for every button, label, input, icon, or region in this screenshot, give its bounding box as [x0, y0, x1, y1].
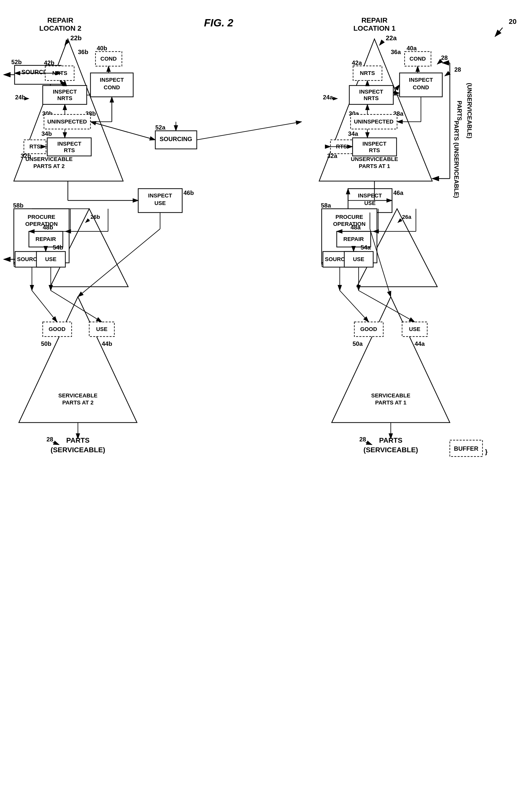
svg-text:50a: 50a [353, 340, 363, 347]
svg-text:GOOD: GOOD [360, 326, 377, 332]
svg-line-117 [85, 219, 89, 222]
svg-text:RTS: RTS [64, 147, 75, 153]
fig-title: FIG. 2 [204, 17, 234, 29]
svg-text:48b: 48b [43, 224, 53, 231]
svg-text:22b: 22b [70, 34, 82, 42]
svg-text:(UNSERVICEABLE): (UNSERVICEABLE) [466, 83, 473, 139]
svg-text:54a: 54a [361, 244, 371, 251]
svg-text:50b: 50b [41, 340, 51, 347]
svg-line-173 [51, 291, 102, 322]
svg-text:INSPECT: INSPECT [148, 192, 172, 199]
svg-line-221 [437, 61, 441, 64]
svg-text:36b: 36b [78, 48, 88, 55]
svg-text:34a: 34a [348, 130, 358, 137]
svg-text:USE: USE [96, 326, 107, 332]
svg-text:COND: COND [104, 84, 120, 90]
svg-text:PARTS AT 2: PARTS AT 2 [34, 163, 65, 169]
svg-text:32b: 32b [21, 152, 31, 159]
svg-text:22a: 22a [386, 34, 397, 42]
svg-text:24a: 24a [323, 94, 333, 101]
svg-text:58a: 58a [321, 202, 331, 209]
svg-text:BUFFER: BUFFER [454, 445, 478, 452]
svg-text:INSPECT: INSPECT [53, 88, 77, 95]
svg-text:UNSERVICEABLE: UNSERVICEABLE [351, 156, 398, 162]
svg-line-100 [197, 122, 302, 140]
svg-text:44b: 44b [102, 340, 112, 347]
svg-text:NRTS: NRTS [363, 95, 379, 101]
svg-text:INSPECT: INSPECT [358, 192, 382, 199]
svg-text:USE: USE [353, 256, 364, 262]
svg-text:52a: 52a [155, 124, 165, 131]
svg-text:USE: USE [45, 256, 56, 262]
svg-text:42b: 42b [44, 59, 54, 66]
svg-text:INSPECT: INSPECT [409, 77, 433, 83]
svg-text:REPAIR: REPAIR [343, 236, 364, 242]
svg-text:REPAIR: REPAIR [361, 16, 387, 24]
svg-text:}: } [485, 448, 488, 455]
svg-text:PARTS AT 2: PARTS AT 2 [62, 399, 93, 406]
svg-text:26a: 26a [402, 214, 412, 220]
svg-text:RTS: RTS [369, 147, 380, 153]
svg-text:INSPECT: INSPECT [100, 77, 124, 83]
svg-text:46b: 46b [183, 189, 194, 196]
svg-text:34b: 34b [42, 130, 52, 137]
svg-text:32a: 32a [327, 152, 337, 159]
svg-text:40b: 40b [97, 45, 107, 51]
svg-text:COND: COND [409, 56, 426, 62]
svg-text:20: 20 [509, 18, 516, 25]
svg-line-120 [398, 219, 402, 222]
svg-text:NRTS: NRTS [360, 70, 375, 76]
svg-line-93 [445, 72, 450, 76]
svg-text:UNINSPECTED: UNINSPECTED [47, 119, 87, 125]
svg-line-222 [393, 85, 400, 93]
svg-text:INSPECT: INSPECT [362, 141, 386, 147]
svg-line-3 [495, 28, 503, 37]
svg-text:UNSERVICEABLE: UNSERVICEABLE [25, 156, 73, 162]
svg-text:42a: 42a [352, 59, 362, 66]
svg-text:NRTS: NRTS [57, 95, 72, 101]
svg-text:PARTS (UNSERVICEABLE): PARTS (UNSERVICEABLE) [453, 121, 460, 198]
svg-text:SOURCING: SOURCING [160, 135, 192, 142]
svg-line-179 [53, 442, 59, 445]
svg-text:28: 28 [359, 436, 366, 443]
svg-text:PROCURE: PROCURE [335, 214, 363, 220]
svg-text:28: 28 [455, 66, 461, 73]
svg-text:USE: USE [409, 326, 420, 332]
svg-text:REPAIR: REPAIR [47, 16, 73, 24]
svg-text:REPAIR: REPAIR [36, 236, 56, 242]
svg-line-172 [32, 291, 57, 322]
svg-text:46a: 46a [393, 189, 404, 196]
svg-text:PARTS AT 1: PARTS AT 1 [375, 399, 406, 406]
svg-text:36a: 36a [391, 48, 401, 55]
svg-text:INSPECT: INSPECT [57, 141, 82, 147]
svg-text:LOCATION 1: LOCATION 1 [353, 24, 395, 32]
svg-text:26b: 26b [90, 214, 100, 220]
svg-text:SERVICEABLE: SERVICEABLE [371, 392, 411, 399]
svg-line-175 [359, 291, 415, 322]
svg-text:28: 28 [46, 436, 53, 443]
svg-text:UNINSPECTED: UNINSPECTED [354, 119, 394, 125]
svg-text:58b: 58b [13, 202, 23, 209]
svg-text:PARTS AT 1: PARTS AT 1 [359, 163, 390, 169]
svg-text:48a: 48a [351, 224, 361, 231]
svg-text:GOOD: GOOD [48, 326, 65, 332]
svg-text:OPERATION: OPERATION [333, 221, 365, 227]
svg-line-184 [365, 442, 372, 445]
svg-text:(SERVICEABLE): (SERVICEABLE) [363, 446, 418, 454]
diagram: FIG. 2 20 REPAIR LOCATION 2 22b UNSERVIC… [0, 0, 532, 787]
svg-text:USE: USE [154, 200, 165, 206]
svg-line-174 [340, 291, 369, 322]
svg-text:COND: COND [413, 84, 429, 90]
svg-text:PARTS: PARTS [456, 101, 463, 121]
svg-text:28: 28 [441, 54, 448, 61]
svg-text:40a: 40a [406, 45, 417, 51]
svg-text:(SERVICEABLE): (SERVICEABLE) [50, 446, 105, 454]
svg-text:SERVICEABLE: SERVICEABLE [58, 392, 97, 399]
svg-text:52b: 52b [11, 59, 22, 65]
svg-text:RTS: RTS [29, 143, 41, 150]
svg-line-55 [379, 41, 383, 45]
svg-text:54b: 54b [53, 244, 63, 251]
svg-text:INSPECT: INSPECT [359, 88, 383, 95]
svg-text:44a: 44a [415, 340, 425, 347]
svg-line-213 [90, 122, 155, 140]
